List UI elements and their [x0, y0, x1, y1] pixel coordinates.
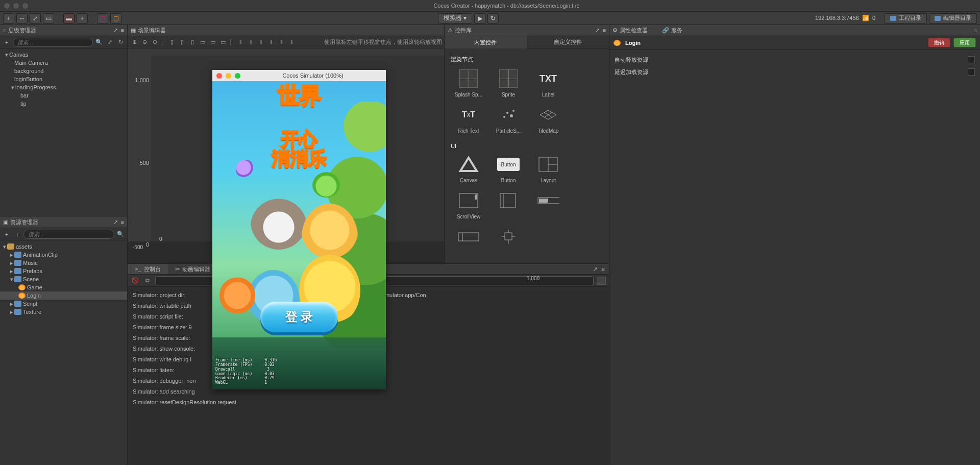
menu-icon[interactable]: ≡: [121, 27, 124, 34]
close-dot[interactable]: [4, 3, 10, 9]
simulator-content[interactable]: 世界 开心消消乐 登 录 Frame time (ms) 0.316 Frame…: [212, 81, 386, 388]
max-dot[interactable]: [22, 3, 28, 9]
revert-button[interactable]: 撤销: [928, 38, 950, 47]
search-icon[interactable]: 🔍: [94, 38, 104, 47]
distribute-icon[interactable]: ⫴: [246, 38, 255, 47]
zoom-icon[interactable]: [235, 73, 240, 79]
open-editor-dir[interactable]: 编辑器目录: [929, 13, 977, 23]
align-icon[interactable]: ▭: [218, 38, 228, 47]
zoom-in-icon[interactable]: ⊕: [130, 38, 139, 47]
open-project-dir[interactable]: 工程目录: [885, 13, 927, 23]
assets-search[interactable]: [23, 230, 114, 239]
control-tiledmap[interactable]: TiledMap: [532, 105, 565, 134]
asset-item[interactable]: ▸AnimationClip: [0, 251, 127, 259]
distribute-icon[interactable]: ⫵: [277, 38, 286, 47]
tab-custom[interactable]: 自定义控件: [527, 36, 609, 48]
distribute-icon[interactable]: ⫵: [266, 38, 276, 47]
control-scrollview[interactable]: ScrollView: [452, 190, 485, 219]
align-icon[interactable]: ▯: [178, 38, 187, 47]
align-icon[interactable]: ▭: [208, 38, 217, 47]
popout-icon[interactable]: ↗: [113, 27, 118, 34]
control-richtext[interactable]: TXTRich Text: [452, 105, 485, 134]
control-item[interactable]: [532, 190, 565, 219]
tab-console[interactable]: >_控制台: [128, 264, 168, 274]
align-icon[interactable]: ▯: [188, 38, 197, 47]
traffic-lights[interactable]: [4, 3, 28, 9]
menu-icon[interactable]: ≡: [974, 28, 977, 34]
expand-icon[interactable]: ⤢: [105, 38, 114, 47]
folder-icon: [14, 301, 21, 307]
reload-button[interactable]: ↻: [487, 13, 499, 23]
popout-icon[interactable]: ↗: [593, 266, 598, 273]
clear-icon[interactable]: 🚫: [131, 276, 140, 285]
tool-add[interactable]: +: [3, 13, 14, 23]
zoom-fit-icon[interactable]: ⊙: [150, 38, 159, 47]
tool-device1[interactable]: ▢: [97, 13, 108, 23]
add-asset-button[interactable]: +: [2, 230, 11, 239]
control-button[interactable]: ButtonButton: [492, 154, 525, 183]
zoom-out-icon[interactable]: ⊖: [140, 38, 149, 47]
min-dot[interactable]: [13, 3, 19, 9]
distribute-icon[interactable]: ⫴: [256, 38, 265, 47]
control-label[interactable]: TXTLabel: [532, 68, 565, 97]
menu-icon[interactable]: ≡: [602, 266, 605, 272]
asset-item[interactable]: ▾Scene: [0, 275, 127, 283]
align-icon[interactable]: ▯: [167, 38, 177, 47]
sort-button[interactable]: ↕: [13, 230, 22, 239]
hierarchy-search[interactable]: [13, 38, 93, 47]
checkbox[interactable]: [968, 56, 975, 63]
distribute-icon[interactable]: ⫵: [287, 38, 296, 47]
tab-animation[interactable]: ✂动画编辑器: [168, 264, 217, 274]
control-layout[interactable]: Layout: [532, 154, 565, 183]
tool-center[interactable]: ▬: [63, 13, 75, 23]
distribute-icon[interactable]: ⫴: [236, 38, 245, 47]
control-canvas[interactable]: Canvas: [452, 154, 485, 183]
simulator-titlebar[interactable]: Cocos Simulator (100%): [212, 70, 386, 81]
node-item[interactable]: background: [0, 67, 127, 75]
tool-scale[interactable]: ⤢: [30, 13, 41, 23]
minimize-icon[interactable]: [226, 73, 231, 79]
apply-button[interactable]: 应用: [953, 38, 976, 47]
close-icon[interactable]: [216, 73, 222, 79]
node-item[interactable]: tip: [0, 100, 127, 108]
refresh-icon[interactable]: ↻: [116, 38, 125, 47]
asset-item[interactable]: ▸Texture: [0, 308, 127, 316]
control-item[interactable]: [492, 190, 525, 219]
control-particle[interactable]: ParticleS...: [492, 105, 525, 134]
play-button[interactable]: ▶: [474, 13, 485, 23]
control-item[interactable]: [452, 227, 485, 247]
asset-item[interactable]: ▸Music: [0, 259, 127, 267]
simulator-window[interactable]: Cocos Simulator (100%) 世界 开心消消乐 登 录 Fram…: [212, 70, 386, 389]
popout-icon[interactable]: ↗: [595, 27, 600, 34]
copy-icon[interactable]: ⧉: [143, 276, 152, 285]
node-item[interactable]: Main Camera: [0, 59, 127, 67]
maximize-button[interactable]: [597, 277, 606, 285]
node-item[interactable]: ▾Canvas: [0, 51, 127, 59]
node-item[interactable]: loginButton: [0, 75, 127, 83]
tool-rect[interactable]: ▭: [43, 13, 54, 23]
popout-icon[interactable]: ↗: [113, 219, 118, 226]
add-node-button[interactable]: +: [2, 38, 11, 47]
login-button[interactable]: 登 录: [260, 302, 338, 332]
tool-device2[interactable]: ▢: [110, 13, 121, 23]
node-item[interactable]: ▾loadingProgress: [0, 83, 127, 91]
tool-move[interactable]: ↔: [16, 13, 28, 23]
menu-icon[interactable]: ≡: [121, 219, 124, 226]
simulator-dropdown[interactable]: 模拟器 ▾: [438, 13, 472, 23]
tab-builtin[interactable]: 内置控件: [445, 36, 527, 48]
tool-local[interactable]: +: [77, 13, 88, 23]
menu-icon[interactable]: ≡: [603, 27, 606, 34]
control-splash-sprite[interactable]: Splash Sp...: [452, 68, 485, 97]
control-sprite[interactable]: Sprite: [492, 68, 525, 97]
align-icon[interactable]: ▭: [198, 38, 207, 47]
asset-item[interactable]: ▸Script: [0, 300, 127, 308]
search-icon[interactable]: 🔍: [116, 230, 125, 239]
control-item[interactable]: [492, 227, 525, 247]
asset-item[interactable]: ▾assets: [0, 242, 127, 251]
asset-item[interactable]: ▸Prefabs: [0, 267, 127, 275]
checkbox[interactable]: [968, 68, 975, 76]
controls-header: ⚠ 控件库 ↗≡: [445, 25, 609, 36]
asset-item[interactable]: Game: [0, 283, 127, 291]
node-item[interactable]: bar: [0, 91, 127, 100]
asset-item[interactable]: Login: [0, 291, 127, 300]
